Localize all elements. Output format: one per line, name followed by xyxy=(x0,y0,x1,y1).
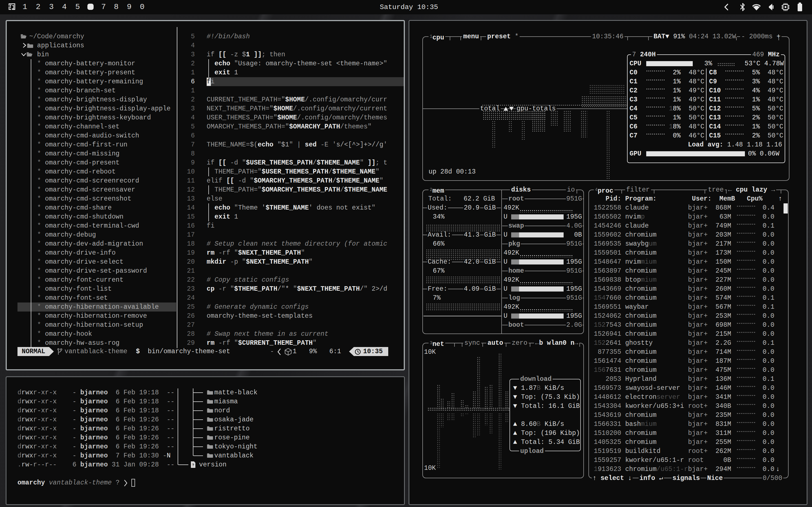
svg-text:?: ? xyxy=(192,463,194,467)
